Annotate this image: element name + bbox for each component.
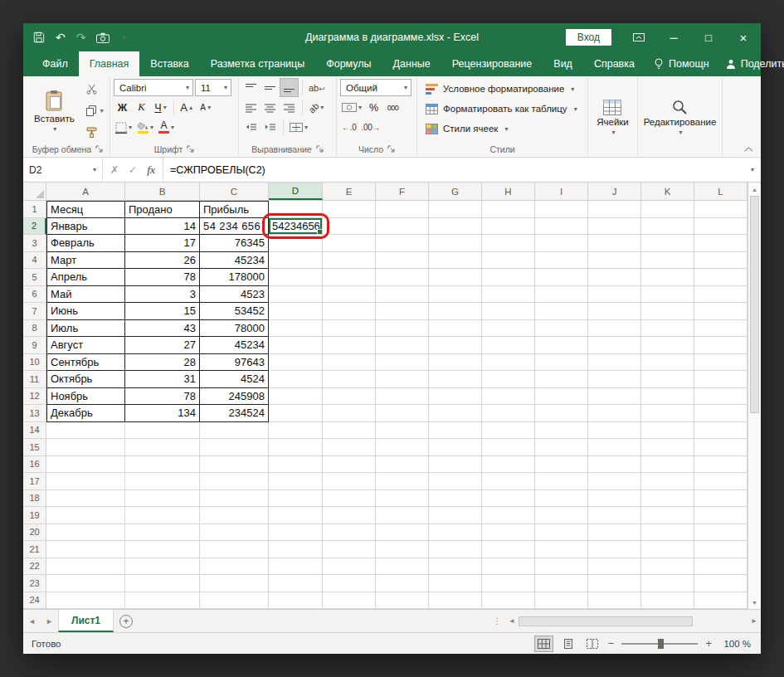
cell-J19[interactable] — [588, 507, 641, 524]
cell-D13[interactable] — [269, 405, 323, 422]
cell-L14[interactable] — [694, 422, 747, 440]
cell-L1[interactable] — [694, 201, 747, 218]
cell-G14[interactable] — [429, 422, 482, 440]
align-middle-button[interactable] — [261, 79, 279, 96]
ribbon-display-options-button[interactable] — [621, 23, 656, 51]
scroll-down-icon[interactable]: ▼ — [748, 596, 761, 609]
insert-function-button[interactable]: fx — [144, 163, 158, 177]
row-header-12[interactable]: 12 — [23, 388, 46, 406]
column-header-j[interactable]: J — [588, 183, 641, 200]
decrease-font-button[interactable]: А▼ — [197, 99, 215, 116]
cell-G23[interactable] — [429, 575, 482, 592]
cell-D23[interactable] — [269, 575, 323, 592]
cell-D6[interactable] — [269, 286, 323, 304]
row-header-15[interactable]: 15 — [23, 439, 46, 456]
cell-E12[interactable] — [323, 388, 376, 406]
cell-I20[interactable] — [535, 524, 588, 542]
cell-D3[interactable] — [269, 235, 323, 252]
cell-E16[interactable] — [323, 456, 376, 474]
cell-B18[interactable] — [125, 490, 200, 508]
row-header-11[interactable]: 11 — [23, 371, 46, 388]
cell-G16[interactable] — [429, 456, 482, 474]
cell-E3[interactable] — [323, 235, 376, 252]
cell-L13[interactable] — [694, 405, 747, 422]
cell-D2[interactable]: 54234656 — [269, 218, 323, 236]
cell-D20[interactable] — [269, 524, 323, 542]
cell-A20[interactable] — [46, 524, 125, 542]
cell-C9[interactable]: 45234 — [200, 337, 269, 354]
scroll-left-icon[interactable]: ◄ — [505, 617, 519, 625]
cell-C12[interactable]: 245908 — [200, 388, 269, 406]
cell-A16[interactable] — [46, 456, 125, 474]
cell-F11[interactable] — [376, 371, 429, 388]
increase-decimal-button[interactable]: ←.0 — [340, 119, 358, 136]
alignment-dialog-launcher[interactable] — [316, 145, 324, 153]
copy-button[interactable] — [84, 103, 106, 119]
cell-I19[interactable] — [535, 507, 588, 524]
cell-L18[interactable] — [694, 490, 747, 508]
cell-B19[interactable] — [125, 507, 200, 524]
cell-H10[interactable] — [482, 354, 535, 372]
tab-page-layout[interactable]: Разметка страницы — [200, 51, 315, 76]
cell-J2[interactable] — [588, 218, 641, 236]
increase-font-button[interactable]: А▲ — [178, 99, 196, 116]
cell-G2[interactable] — [429, 218, 482, 236]
cell-I14[interactable] — [535, 422, 588, 440]
cell-J5[interactable] — [588, 269, 641, 286]
cell-A24[interactable] — [46, 592, 125, 610]
cell-C14[interactable] — [200, 422, 269, 440]
cell-B4[interactable]: 26 — [125, 252, 200, 270]
cell-K23[interactable] — [641, 575, 694, 592]
sheet-nav-right-icon[interactable]: ► — [41, 610, 58, 632]
horizontal-scrollbar[interactable]: ◄ ► — [505, 610, 761, 632]
cell-F6[interactable] — [376, 286, 429, 304]
column-header-d[interactable]: D — [269, 183, 323, 200]
underline-button[interactable]: Ч — [152, 99, 169, 116]
cell-G4[interactable] — [429, 252, 482, 270]
cell-E10[interactable] — [323, 354, 376, 372]
name-box[interactable]: D2 — [23, 158, 103, 182]
cell-A2[interactable]: Январь — [46, 218, 125, 236]
cell-I11[interactable] — [535, 371, 588, 388]
cell-C16[interactable] — [200, 456, 269, 474]
cell-F17[interactable] — [376, 473, 429, 490]
cell-C4[interactable]: 45234 — [200, 252, 269, 270]
font-size-select[interactable]: 11 — [195, 79, 231, 96]
vertical-scroll-track[interactable] — [748, 196, 761, 596]
cell-E9[interactable] — [323, 337, 376, 354]
cell-H24[interactable] — [482, 592, 535, 610]
enter-button[interactable]: ✓ — [125, 163, 140, 176]
cell-A5[interactable]: Апрель — [46, 269, 125, 286]
cell-D5[interactable] — [269, 269, 323, 286]
cell-B17[interactable] — [125, 473, 200, 490]
cell-K2[interactable] — [641, 218, 694, 236]
cell-D10[interactable] — [269, 354, 323, 372]
cell-E14[interactable] — [323, 422, 376, 440]
row-header-13[interactable]: 13 — [23, 405, 46, 422]
wrap-text-button[interactable]: ab — [307, 79, 327, 96]
increase-indent-button[interactable] — [261, 119, 279, 136]
cell-E6[interactable] — [323, 286, 376, 304]
cell-H13[interactable] — [482, 405, 535, 422]
save-button[interactable] — [33, 31, 45, 44]
borders-button[interactable] — [114, 119, 134, 136]
cell-C23[interactable] — [200, 575, 269, 592]
cell-J10[interactable] — [588, 354, 641, 372]
cell-I22[interactable] — [535, 558, 588, 576]
cell-D1[interactable] — [269, 201, 323, 218]
cell-I7[interactable] — [535, 303, 588, 320]
cell-B5[interactable]: 78 — [125, 269, 200, 286]
cell-G21[interactable] — [429, 541, 482, 558]
cell-H15[interactable] — [482, 439, 535, 456]
redo-button[interactable]: ↷ — [76, 31, 86, 44]
row-header-19[interactable]: 19 — [23, 507, 46, 524]
page-break-view-button[interactable] — [584, 636, 601, 651]
cell-J9[interactable] — [588, 337, 641, 354]
column-header-f[interactable]: F — [376, 183, 429, 200]
cell-C5[interactable]: 178000 — [200, 269, 269, 286]
cell-H16[interactable] — [482, 456, 535, 474]
cell-H14[interactable] — [482, 422, 535, 440]
cell-J17[interactable] — [588, 473, 641, 490]
assistant-button[interactable]: Помощн — [645, 51, 718, 76]
cell-C6[interactable]: 4523 — [200, 286, 269, 304]
